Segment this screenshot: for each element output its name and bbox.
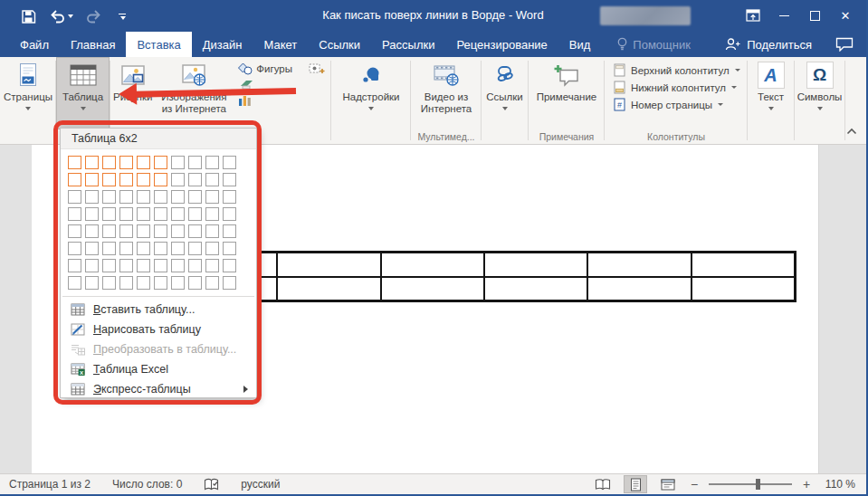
footer-button[interactable]: Нижний колонтитул — [614, 81, 748, 94]
pictures-button[interactable]: Рисунки — [110, 57, 155, 129]
smartart-button[interactable] — [238, 79, 328, 90]
grid-cell-5x3[interactable] — [137, 190, 150, 204]
grid-cell-5x5[interactable] — [137, 224, 150, 238]
grid-cell-6x8[interactable] — [154, 276, 167, 290]
grid-cell-3x4[interactable] — [102, 207, 116, 221]
share-button[interactable]: Поделиться — [714, 32, 823, 57]
tab-design[interactable]: Дизайн — [192, 32, 253, 57]
grid-cell-2x6[interactable] — [85, 242, 99, 255]
grid-cell-9x4[interactable] — [205, 207, 219, 221]
grid-cell-5x4[interactable] — [137, 207, 150, 221]
grid-cell-7x2[interactable] — [171, 173, 185, 186]
grid-cell-10x6[interactable] — [223, 242, 236, 255]
grid-cell-7x1[interactable] — [171, 156, 185, 169]
pages-button[interactable]: Страницы — [0, 57, 56, 129]
links-button[interactable]: Ссылки — [482, 57, 528, 129]
page-number-button[interactable]: # Номер страницы — [614, 98, 748, 111]
grid-cell-9x2[interactable] — [205, 173, 219, 186]
tab-view[interactable]: Вид — [558, 32, 602, 57]
grid-cell-6x1[interactable] — [154, 156, 167, 169]
grid-cell-4x4[interactable] — [119, 207, 133, 221]
zoom-in-button[interactable]: + — [801, 477, 812, 491]
grid-cell-8x8[interactable] — [188, 276, 202, 290]
text-button[interactable]: А Текст — [748, 57, 794, 129]
grid-cell-4x3[interactable] — [119, 190, 133, 204]
grid-cell-4x2[interactable] — [119, 173, 133, 186]
tab-home[interactable]: Главная — [60, 32, 126, 57]
menu-item-excel-table[interactable]: X Таблица Excel — [61, 359, 256, 379]
customize-qat-button[interactable] — [112, 6, 132, 26]
word-count[interactable]: Число слов: 0 — [112, 478, 182, 491]
tab-assistant[interactable]: Помощник — [606, 32, 701, 57]
table-button[interactable]: Таблица — [56, 57, 110, 129]
grid-cell-3x3[interactable] — [102, 190, 116, 204]
grid-cell-10x5[interactable] — [223, 224, 236, 238]
grid-cell-1x2[interactable] — [68, 173, 81, 186]
grid-cell-9x8[interactable] — [205, 276, 219, 290]
grid-cell-3x2[interactable] — [102, 173, 116, 186]
grid-cell-6x3[interactable] — [154, 190, 167, 204]
grid-cell-5x8[interactable] — [137, 276, 150, 290]
print-layout-button[interactable] — [624, 475, 647, 493]
grid-cell-5x7[interactable] — [137, 259, 150, 272]
read-mode-button[interactable] — [591, 475, 615, 493]
grid-cell-6x2[interactable] — [154, 173, 167, 186]
feedback-comment-button[interactable] — [823, 32, 866, 57]
grid-cell-3x8[interactable] — [102, 276, 116, 290]
grid-cell-10x3[interactable] — [223, 190, 236, 204]
grid-cell-9x5[interactable] — [205, 224, 219, 238]
grid-cell-6x5[interactable] — [154, 224, 167, 238]
grid-cell-9x3[interactable] — [205, 190, 219, 204]
grid-cell-4x7[interactable] — [119, 259, 133, 272]
zoom-out-button[interactable]: − — [689, 477, 700, 491]
grid-cell-1x6[interactable] — [68, 242, 81, 255]
zoom-level[interactable]: 110 % — [821, 478, 855, 491]
grid-cell-7x3[interactable] — [171, 190, 185, 204]
grid-cell-8x6[interactable] — [188, 242, 202, 255]
grid-cell-1x5[interactable] — [68, 224, 81, 238]
grid-cell-10x1[interactable] — [223, 156, 236, 169]
proofing-button[interactable] — [204, 478, 219, 491]
grid-cell-4x6[interactable] — [119, 242, 133, 255]
language-button[interactable]: русский — [241, 478, 280, 491]
grid-cell-2x2[interactable] — [85, 173, 99, 186]
grid-cell-2x1[interactable] — [85, 156, 99, 169]
grid-cell-9x6[interactable] — [205, 242, 219, 255]
grid-cell-9x1[interactable] — [205, 156, 219, 169]
zoom-slider[interactable] — [709, 483, 792, 485]
grid-cell-8x7[interactable] — [188, 259, 202, 272]
grid-cell-1x4[interactable] — [68, 207, 81, 221]
minimize-button[interactable] — [768, 3, 799, 30]
grid-cell-3x6[interactable] — [102, 242, 116, 255]
grid-cell-8x2[interactable] — [188, 173, 202, 186]
tab-review[interactable]: Рецензирование — [445, 32, 558, 57]
grid-cell-3x5[interactable] — [102, 224, 116, 238]
grid-cell-7x5[interactable] — [171, 224, 185, 238]
grid-cell-2x7[interactable] — [85, 259, 99, 272]
shapes-button[interactable]: Фигуры — [238, 62, 296, 75]
grid-cell-6x7[interactable] — [154, 259, 167, 272]
tab-references[interactable]: Ссылки — [308, 32, 371, 57]
grid-cell-9x7[interactable] — [205, 259, 219, 272]
grid-cell-1x3[interactable] — [68, 190, 81, 204]
grid-cell-3x1[interactable] — [102, 156, 116, 169]
maximize-button[interactable] — [799, 3, 830, 30]
tab-mailings[interactable]: Рассылки — [371, 32, 445, 57]
close-button[interactable]: ✕ — [830, 3, 861, 30]
grid-cell-7x4[interactable] — [171, 207, 185, 221]
grid-cell-2x5[interactable] — [85, 224, 99, 238]
page-count[interactable]: Страница 1 из 2 — [9, 478, 91, 491]
grid-cell-1x8[interactable] — [68, 276, 81, 290]
grid-cell-4x8[interactable] — [119, 276, 133, 290]
grid-cell-7x6[interactable] — [171, 242, 185, 255]
grid-cell-3x7[interactable] — [102, 259, 116, 272]
menu-item-draw-table[interactable]: Нарисовать таблицу — [61, 320, 256, 339]
grid-cell-8x5[interactable] — [188, 224, 202, 238]
grid-cell-7x7[interactable] — [171, 259, 185, 272]
grid-cell-5x2[interactable] — [137, 173, 150, 186]
ribbon-display-options-button[interactable] — [738, 3, 768, 30]
grid-cell-2x3[interactable] — [85, 190, 99, 204]
web-layout-button[interactable] — [656, 475, 680, 493]
redo-button[interactable] — [83, 6, 103, 26]
grid-cell-1x7[interactable] — [68, 259, 81, 272]
